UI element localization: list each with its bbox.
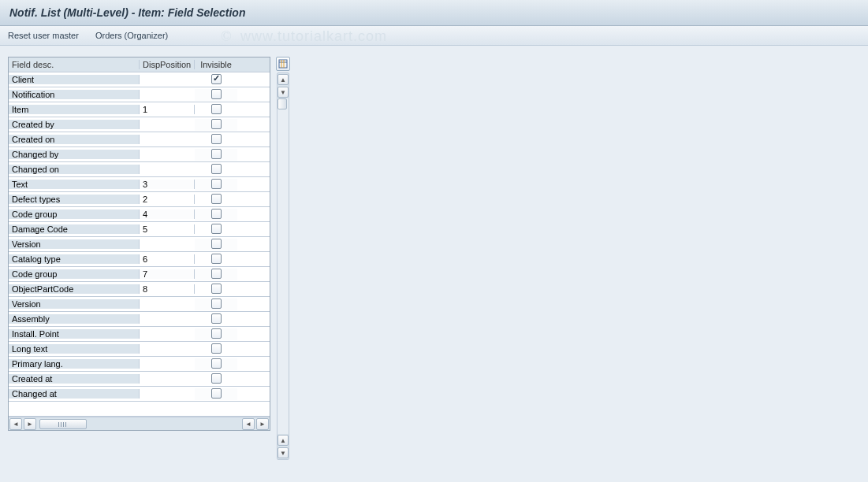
invisible-checkbox[interactable] [211,149,222,159]
field-desc-cell: Client [9,75,140,84]
v-scroll-track[interactable] [278,98,289,434]
table-row[interactable]: Catalog type6 [9,252,270,267]
invisible-checkbox-cell [195,254,237,265]
invisible-checkbox-cell [195,373,237,385]
reset-user-master-button[interactable]: Reset user master [8,31,79,40]
invisible-checkbox[interactable] [211,343,222,354]
table-row[interactable]: Text3 [9,177,270,192]
table-settings-button[interactable] [276,57,290,71]
grid-header-row: Field desc. DispPosition Invisible [9,57,270,72]
invisible-checkbox-cell [195,343,237,355]
invisible-checkbox[interactable] [211,164,222,174]
scroll-down-icon[interactable]: ▼ [278,87,289,98]
field-desc-cell: Text [9,180,140,189]
disp-position-input[interactable]: 1 [140,105,195,114]
field-desc-cell: Primary lang. [9,359,140,369]
scroll-right-end-icon[interactable]: ► [256,418,269,430]
scroll-up-end-icon[interactable]: ▲ [278,435,289,446]
scroll-left-end-icon[interactable]: ◄ [242,418,255,430]
invisible-checkbox[interactable] [211,209,222,219]
col-header-disp-position[interactable]: DispPosition [140,60,195,69]
invisible-checkbox-cell [195,104,237,116]
invisible-checkbox[interactable] [211,328,222,339]
scroll-left-icon[interactable]: ◄ [9,418,22,430]
scroll-up-icon[interactable]: ▲ [278,74,289,85]
table-row[interactable]: ObjectPartCode8 [9,282,270,297]
col-header-invisible[interactable]: Invisible [195,60,237,69]
invisible-checkbox-cell [195,298,237,310]
col-header-field-desc[interactable]: Field desc. [9,60,140,69]
table-row[interactable]: Defect types2 [9,192,270,207]
table-row[interactable]: Item1 [9,102,270,117]
h-scroll-track[interactable] [89,419,241,429]
invisible-checkbox-cell [195,284,237,295]
toolbar: Reset user master Orders (Organizer) [0,26,868,46]
table-row[interactable]: Created on [9,132,270,147]
table-row[interactable]: Install. Point [9,327,270,342]
invisible-checkbox[interactable] [211,269,222,279]
table-row[interactable]: Created by [9,117,270,132]
invisible-checkbox[interactable] [211,254,222,264]
disp-position-input[interactable]: 8 [140,284,195,294]
invisible-checkbox[interactable] [211,373,222,384]
invisible-checkbox[interactable] [211,388,222,399]
invisible-checkbox-cell [195,179,237,191]
table-row[interactable]: Notification [9,87,270,102]
table-row[interactable]: Changed at [9,387,270,402]
field-desc-cell: Changed on [9,165,140,174]
invisible-checkbox[interactable] [211,284,222,294]
disp-position-input[interactable]: 6 [140,254,195,264]
table-row[interactable]: Assembly [9,312,270,327]
field-desc-cell: Install. Point [9,329,140,339]
invisible-checkbox[interactable] [211,134,222,144]
table-row[interactable]: Primary lang. [9,357,270,372]
invisible-checkbox-cell [195,194,237,206]
field-desc-cell: Changed at [9,389,140,399]
invisible-checkbox[interactable] [211,224,222,234]
table-row[interactable]: Created at [9,372,270,387]
invisible-checkbox[interactable] [211,179,222,189]
invisible-checkbox-cell [195,119,237,131]
table-row[interactable]: Code group7 [9,267,270,282]
field-desc-cell: Notification [9,90,140,99]
disp-position-input[interactable]: 7 [140,269,195,279]
invisible-checkbox[interactable] [211,239,222,249]
invisible-checkbox[interactable] [211,104,222,114]
invisible-checkbox-cell [195,164,237,176]
vertical-scrollbar[interactable]: ▲ ▼ ▲ ▼ [277,72,289,460]
disp-position-input[interactable]: 2 [140,195,195,204]
invisible-checkbox[interactable] [211,358,222,369]
invisible-checkbox-cell [195,313,237,325]
field-desc-cell: Version [9,299,140,309]
invisible-checkbox-cell [195,269,237,280]
table-row[interactable]: Changed by [9,147,270,162]
table-row[interactable]: Client [9,72,270,87]
table-row[interactable]: Code group4 [9,207,270,222]
invisible-checkbox[interactable] [211,313,222,324]
orders-organizer-button[interactable]: Orders (Organizer) [95,31,168,40]
invisible-checkbox[interactable] [211,119,222,129]
invisible-checkbox-cell [195,209,237,221]
horizontal-scrollbar[interactable]: ◄ ► ◄ ► [9,417,270,430]
table-settings-icon [278,59,288,69]
table-row[interactable]: Version [9,297,270,312]
invisible-checkbox-cell [195,328,237,340]
table-row[interactable]: Damage Code5 [9,222,270,237]
table-row[interactable]: Version [9,237,270,252]
content-area: Field desc. DispPosition Invisible Clien… [0,46,868,471]
table-row[interactable]: Changed on [9,162,270,177]
h-scroll-thumb[interactable] [39,419,87,429]
invisible-checkbox[interactable] [211,74,222,84]
table-row[interactable]: Long text [9,342,270,357]
invisible-checkbox[interactable] [211,194,222,204]
disp-position-input[interactable]: 5 [140,224,195,234]
scroll-down-end-icon[interactable]: ▼ [278,447,289,458]
invisible-checkbox[interactable] [211,89,222,99]
field-desc-cell: Version [9,239,140,249]
scroll-right-icon[interactable]: ► [24,418,36,430]
invisible-checkbox[interactable] [211,298,222,309]
svg-rect-0 [279,60,287,68]
disp-position-input[interactable]: 4 [140,209,195,219]
v-scroll-thumb[interactable] [278,98,287,109]
disp-position-input[interactable]: 3 [140,180,195,189]
